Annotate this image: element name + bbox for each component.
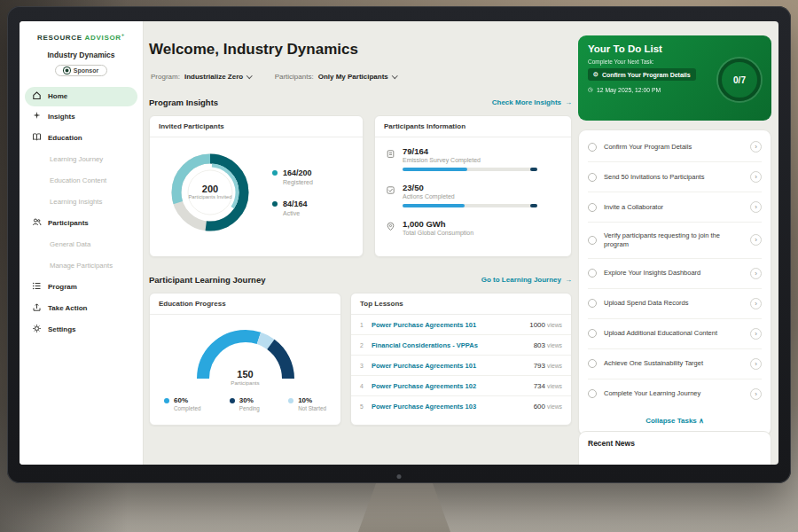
- logo-plus: +: [121, 32, 125, 37]
- lesson-views: 793: [534, 362, 545, 370]
- org-name: Industry Dynamics: [20, 51, 143, 59]
- task-row-9[interactable]: Complete Your Learning Journey ›: [588, 379, 762, 409]
- chevron-glyph: ›: [755, 360, 757, 368]
- lesson-row-3[interactable]: 3 Power Purchase Agreements 101 793views: [351, 356, 571, 376]
- power-led: [397, 474, 402, 479]
- upload-icon: [32, 302, 42, 314]
- chevron-glyph: ›: [755, 270, 757, 278]
- sidebar-item-label: Take Action: [48, 304, 87, 312]
- task-row-6[interactable]: Upload Spend Data Records ›: [588, 289, 762, 319]
- participants-filter-dropdown[interactable]: Participants: Only My Participants: [275, 73, 397, 81]
- clock-icon: ◷: [588, 86, 593, 93]
- next-task-pill[interactable]: ⊙ Confirm Your Program Details: [588, 68, 696, 81]
- invited-count: 200: [202, 184, 218, 194]
- task-checkbox[interactable]: [588, 203, 597, 212]
- recent-news-title: Recent News: [588, 439, 762, 448]
- chevron-glyph: ›: [755, 236, 757, 244]
- check-more-insights-link[interactable]: Check More Insights →: [492, 98, 572, 106]
- gear-icon: [32, 324, 42, 335]
- lesson-row-2[interactable]: 2 Financial Considerations - VPPAs 803vi…: [351, 335, 571, 356]
- task-row-3[interactable]: Invite a Collaborator ›: [588, 192, 762, 223]
- lesson-title-link[interactable]: Financial Considerations - VPPAs: [372, 341, 534, 349]
- collapse-tasks-link[interactable]: Collapse Tasks ∧: [588, 409, 762, 434]
- chevron-right-icon[interactable]: ›: [750, 328, 762, 340]
- sidebar-item-education[interactable]: Education: [20, 128, 143, 149]
- sidebar-item-learning-insights[interactable]: Learning Insights: [20, 192, 143, 213]
- lesson-rank: 5: [360, 403, 372, 410]
- sidebar-item-education-content[interactable]: Education Content: [20, 170, 143, 192]
- chevron-right-icon[interactable]: ›: [750, 201, 762, 213]
- sidebar-item-manage-participants[interactable]: Manage Participants: [20, 255, 143, 277]
- lesson-row-4[interactable]: 4 Power Purchase Agreements 102 734views: [351, 376, 571, 396]
- lesson-title-link[interactable]: Power Purchase Agreements 103: [372, 403, 534, 411]
- chevron-right-icon[interactable]: ›: [750, 234, 762, 246]
- chevron-right-icon[interactable]: ›: [750, 141, 762, 153]
- program-filter-label: Program:: [151, 73, 180, 81]
- task-row-5[interactable]: Explore Your Insights Dashboard ›: [588, 259, 762, 289]
- task-checkbox[interactable]: [588, 143, 597, 152]
- sidebar-item-participants[interactable]: Participants: [20, 213, 143, 234]
- task-checkbox[interactable]: [588, 359, 597, 368]
- chevron-right-icon[interactable]: ›: [750, 298, 762, 309]
- task-checkbox[interactable]: [588, 389, 597, 398]
- chevron-right-icon[interactable]: ›: [750, 171, 762, 183]
- lesson-views: 734: [534, 382, 545, 390]
- sidebar-item-general-data[interactable]: General Data: [20, 234, 143, 255]
- lesson-row-1[interactable]: 1 Power Purchase Agreements 101 1000view…: [351, 315, 571, 335]
- legend-dot: [272, 201, 278, 207]
- task-checkbox[interactable]: [588, 173, 597, 182]
- sidebar-item-insights[interactable]: Insights: [20, 106, 143, 128]
- sidebar-item-home[interactable]: Home: [25, 87, 137, 106]
- task-row-8[interactable]: Achieve One Sustainability Target ›: [588, 349, 762, 379]
- go-to-learning-journey-link[interactable]: Go to Learning Journey →: [481, 276, 572, 284]
- chevron-right-icon[interactable]: ›: [750, 268, 762, 279]
- invited-count-label: Participants Invited: [189, 194, 232, 200]
- participants-information-card: Participants Information 79/164 Emission…: [374, 115, 572, 257]
- sidebar-item-program[interactable]: Program: [20, 277, 143, 298]
- sponsor-label: Sponsor: [74, 67, 98, 74]
- chevron-glyph: ›: [755, 390, 757, 398]
- task-checkbox[interactable]: [588, 329, 597, 338]
- lesson-title-link[interactable]: Power Purchase Agreements 101: [372, 362, 534, 370]
- section-title: Program Insights: [149, 98, 218, 107]
- lesson-title-link[interactable]: Power Purchase Agreements 102: [372, 382, 534, 390]
- task-label: Complete Your Learning Journey: [604, 389, 730, 398]
- info-row-actions: 23/50 Actions Completed: [386, 183, 560, 207]
- sidebar-nav: Home Insights Education Learning Journey: [20, 87, 143, 340]
- task-row-7[interactable]: Upload Additional Educational Content ›: [588, 319, 762, 349]
- task-row-1[interactable]: Confirm Your Program Details ›: [588, 132, 762, 162]
- lesson-title-link[interactable]: Power Purchase Agreements 101: [372, 321, 529, 329]
- sidebar-item-take-action[interactable]: Take Action: [20, 298, 143, 319]
- task-label: Achieve One Sustainability Target: [604, 359, 730, 368]
- education-progress-gauge: 150 Participants: [192, 327, 299, 384]
- chevron-down-icon: [246, 73, 252, 78]
- book-icon: [32, 132, 42, 144]
- legend-label: Registered: [283, 179, 313, 185]
- users-icon: [32, 217, 42, 229]
- legend-value: 10%: [298, 396, 326, 404]
- task-checkbox[interactable]: [588, 299, 597, 308]
- program-filter-dropdown[interactable]: Program: Industrialize Zero: [151, 73, 252, 81]
- task-checkbox[interactable]: [588, 269, 597, 278]
- todo-summary-card: Your To Do List Complete Your Next Task:…: [578, 35, 771, 121]
- legend-item-not-started: 10% Not Started: [288, 396, 326, 411]
- sidebar-item-learning-journey[interactable]: Learning Journey: [20, 149, 143, 170]
- lesson-row-5[interactable]: 5 Power Purchase Agreements 103 600views: [351, 396, 571, 416]
- task-checkbox[interactable]: [588, 236, 597, 245]
- info-row-emission-survey: 79/164 Emission Survey Completed: [386, 146, 560, 171]
- program-insights-header: Program Insights Check More Insights →: [149, 98, 572, 107]
- sidebar-item-settings[interactable]: Settings: [20, 319, 143, 340]
- chevron-right-icon[interactable]: ›: [750, 388, 762, 400]
- task-row-4[interactable]: Verify participants requesting to join t…: [588, 223, 762, 259]
- target-icon: ⊙: [593, 71, 598, 78]
- chevron-glyph: ›: [755, 330, 757, 338]
- task-row-2[interactable]: Send 50 Invitations to Participants ›: [588, 162, 762, 192]
- chevron-right-icon[interactable]: ›: [750, 358, 762, 370]
- participants-filter-value: Only My Participants: [318, 73, 388, 81]
- legend-item-registered: 164/200 Registered: [272, 168, 313, 185]
- lesson-rank: 3: [360, 363, 372, 369]
- legend-dot: [164, 398, 169, 403]
- lesson-views-label: views: [547, 363, 562, 369]
- actions-progress-bar: [403, 204, 537, 207]
- lesson-views: 600: [534, 403, 545, 411]
